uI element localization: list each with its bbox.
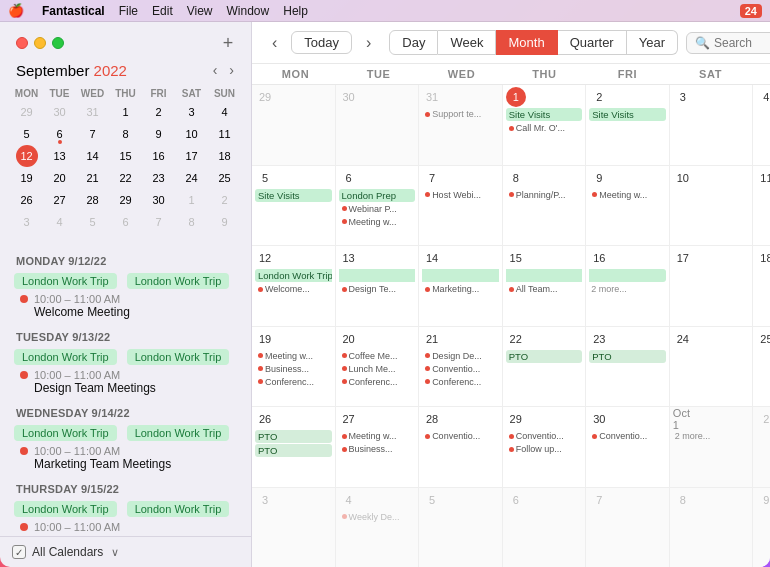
event-lunch-me[interactable]: Lunch Me... — [339, 363, 416, 375]
event-follow-up[interactable]: Follow up... — [506, 443, 583, 455]
view-quarter[interactable]: Quarter — [558, 30, 627, 55]
cal-day-oct6[interactable]: 6 — [503, 488, 587, 568]
mini-day-4[interactable]: 4 — [212, 101, 238, 123]
london-work-tag-wed-1[interactable]: London Work Trip — [14, 425, 117, 441]
close-button[interactable] — [16, 37, 28, 49]
menu-window[interactable]: Window — [227, 4, 270, 18]
event-coffee-me[interactable]: Coffee Me... — [339, 350, 416, 362]
mini-day-27[interactable]: 27 — [47, 189, 73, 211]
cal-day-sep28[interactable]: 28 Conventio... — [419, 407, 503, 487]
event-conventio4[interactable]: Conventio... — [589, 430, 666, 442]
event-site-visits-1[interactable]: Site Visits — [506, 108, 583, 121]
event-business[interactable]: Business... — [255, 363, 332, 375]
event-pto-26b[interactable]: PTO — [255, 444, 332, 457]
mini-day-11[interactable]: 11 — [212, 123, 238, 145]
event-marketing[interactable]: Marketing... — [422, 283, 499, 295]
event-london-prep[interactable]: London Prep — [339, 189, 416, 202]
cal-day-sep17[interactable]: 17 — [670, 246, 754, 326]
menu-help[interactable]: Help — [283, 4, 308, 18]
cal-day-sep8[interactable]: 8 Planning/P... — [503, 166, 587, 246]
mini-day-20[interactable]: 20 — [47, 167, 73, 189]
event-meeting-w4[interactable]: Meeting w... — [339, 430, 416, 442]
mini-day-28[interactable]: 28 — [80, 189, 106, 211]
cal-day-aug30[interactable]: 30 — [336, 85, 420, 165]
mini-day-8[interactable]: 8 — [113, 123, 139, 145]
mini-day-2[interactable]: 2 — [146, 101, 172, 123]
event-support[interactable]: Support te... — [422, 108, 499, 120]
event-business2[interactable]: Business... — [339, 443, 416, 455]
event-meeting-w[interactable]: Meeting w... — [339, 216, 416, 228]
cal-day-sep5[interactable]: 5 Site Visits — [252, 166, 336, 246]
cal-day-sep22[interactable]: 22 PTO — [503, 327, 587, 407]
event-welcome[interactable]: Welcome... — [255, 283, 332, 295]
cal-day-sep25[interactable]: 25 — [753, 327, 770, 407]
event-host-webi[interactable]: Host Webi... — [422, 189, 499, 201]
event-conventio3[interactable]: Conventio... — [506, 430, 583, 442]
cal-today-button[interactable]: Today — [291, 31, 352, 54]
mini-day-25[interactable]: 25 — [212, 167, 238, 189]
event-lwt-span-start[interactable]: London Work Trip — [255, 269, 332, 282]
mini-day-1-oct[interactable]: 1 — [179, 189, 205, 211]
event-conferenc2[interactable]: Conferenc... — [339, 376, 416, 388]
cal-day-sep1[interactable]: 1 Site Visits Call Mr. O'... — [503, 85, 587, 165]
mini-day-3[interactable]: 3 — [179, 101, 205, 123]
menu-file[interactable]: File — [119, 4, 138, 18]
cal-day-oct3[interactable]: 3 — [252, 488, 336, 568]
cal-day-sep2[interactable]: 2 Site Visits — [586, 85, 670, 165]
event-conferenc3[interactable]: Conferenc... — [422, 376, 499, 388]
cal-day-sep21[interactable]: 21 Design De... Conventio... Conferenc..… — [419, 327, 503, 407]
cal-day-oct5[interactable]: 5 — [419, 488, 503, 568]
mini-day-18[interactable]: 18 — [212, 145, 238, 167]
mini-day-7[interactable]: 7 — [80, 123, 106, 145]
cal-day-sep18[interactable]: 18 — [753, 246, 770, 326]
cal-day-sep11[interactable]: 11 — [753, 166, 770, 246]
event-meeting-w3[interactable]: Meeting w... — [255, 350, 332, 362]
mini-day-17[interactable]: 17 — [179, 145, 205, 167]
event-meeting-w2[interactable]: Meeting w... — [589, 189, 666, 201]
cal-day-sep23[interactable]: 23 PTO — [586, 327, 670, 407]
cal-day-sep3[interactable]: 3 — [670, 85, 754, 165]
event-design-te[interactable]: Design Te... — [339, 283, 416, 295]
mini-cal-prev[interactable]: ‹ — [208, 60, 223, 80]
cal-day-oct1[interactable]: Oct 1 2 more... — [670, 407, 754, 487]
event-pto-26a[interactable]: PTO — [255, 430, 332, 443]
mini-day-6[interactable]: 6 — [47, 123, 73, 145]
agenda-event-wednesday[interactable]: Marketing Team Meetings — [0, 457, 251, 475]
event-2more-oct[interactable]: 2 more... — [673, 430, 750, 442]
mini-day-3-oct[interactable]: 3 — [14, 211, 40, 233]
cal-day-sep4[interactable]: 4 — [753, 85, 770, 165]
cal-day-sep27[interactable]: 27 Meeting w... Business... — [336, 407, 420, 487]
mini-day-13[interactable]: 13 — [47, 145, 73, 167]
london-work-tag-1[interactable]: London Work Trip — [14, 273, 117, 289]
mini-cal-next[interactable]: › — [224, 60, 239, 80]
cal-day-sep9[interactable]: 9 Meeting w... — [586, 166, 670, 246]
mini-day-24[interactable]: 24 — [179, 167, 205, 189]
mini-day-5-oct[interactable]: 5 — [80, 211, 106, 233]
cal-day-aug31[interactable]: 31 Support te... — [419, 85, 503, 165]
cal-day-sep26[interactable]: 26 PTO PTO — [252, 407, 336, 487]
mini-day-22[interactable]: 22 — [113, 167, 139, 189]
event-conventio[interactable]: Conventio... — [422, 363, 499, 375]
cal-day-oct8[interactable]: 8 — [670, 488, 754, 568]
cal-day-oct9[interactable]: 9 — [753, 488, 770, 568]
cal-day-sep19[interactable]: 19 Meeting w... Business... Conferenc... — [252, 327, 336, 407]
mini-day-29-aug[interactable]: 29 — [14, 101, 40, 123]
sidebar-footer[interactable]: ✓ All Calendars ∨ — [0, 536, 251, 567]
mini-day-9[interactable]: 9 — [146, 123, 172, 145]
event-pto-22[interactable]: PTO — [506, 350, 583, 363]
event-site-visits-2[interactable]: Site Visits — [589, 108, 666, 121]
london-work-tag-wed-2[interactable]: London Work Trip — [127, 425, 230, 441]
cal-day-sep16[interactable]: 16 . 2 more... — [586, 246, 670, 326]
mini-day-5[interactable]: 5 — [14, 123, 40, 145]
mini-day-21[interactable]: 21 — [80, 167, 106, 189]
event-planning[interactable]: Planning/P... — [506, 189, 583, 201]
cal-day-sep14[interactable]: 14 . Marketing... — [419, 246, 503, 326]
event-site-visits-3[interactable]: Site Visits — [255, 189, 332, 202]
cal-day-sep24[interactable]: 24 — [670, 327, 754, 407]
cal-day-sep10[interactable]: 10 — [670, 166, 754, 246]
cal-next-button[interactable]: › — [360, 32, 377, 54]
london-work-tag-thu-1[interactable]: London Work Trip — [14, 501, 117, 517]
mini-day-8-oct[interactable]: 8 — [179, 211, 205, 233]
cal-day-sep6[interactable]: 6 London Prep Webinar P... Meeting w... — [336, 166, 420, 246]
mini-day-4-oct[interactable]: 4 — [47, 211, 73, 233]
